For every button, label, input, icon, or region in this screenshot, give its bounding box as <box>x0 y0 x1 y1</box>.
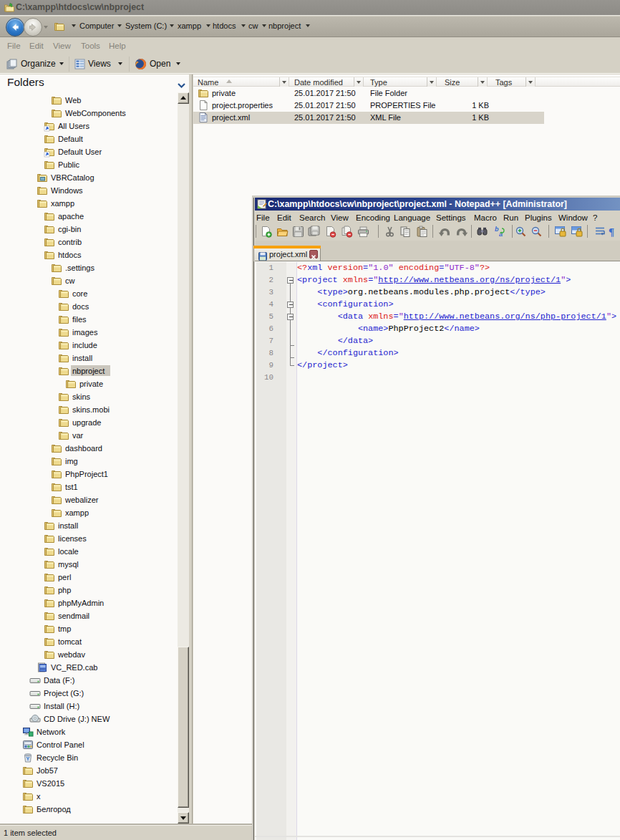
svg-text:a: a <box>499 231 503 238</box>
svg-text:¶: ¶ <box>609 226 614 238</box>
